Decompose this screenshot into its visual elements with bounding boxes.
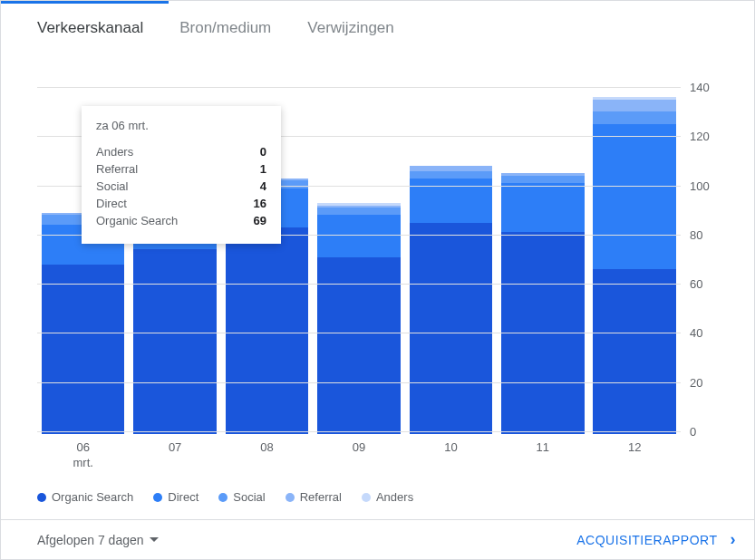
bar-segment-organic_search: [42, 265, 125, 434]
bar-segment-organic_search: [410, 223, 493, 434]
legend-item-referral[interactable]: Referral: [286, 490, 342, 504]
chart-legend: Organic SearchDirectSocialReferralAnders: [37, 490, 413, 504]
tooltip-row-label: Referral: [96, 162, 138, 176]
y-tick-label: 80: [690, 227, 717, 241]
chevron-down-icon: [150, 537, 159, 542]
x-tick-label: 09: [313, 440, 404, 471]
tooltip-row-value: 1: [260, 162, 266, 176]
card-footer: Afgelopen 7 dagen ACQUISITIERAPPORT ›: [1, 519, 754, 559]
bar-segment-direct: [501, 183, 585, 232]
legend-item-direct[interactable]: Direct: [153, 490, 198, 504]
tooltip-row-value: 16: [254, 197, 266, 210]
stacked-bar: [42, 213, 125, 434]
date-range-label: Afgelopen 7 dagen: [37, 533, 144, 547]
legend-label: Social: [233, 490, 265, 504]
bar-segment-organic_search: [133, 249, 217, 434]
tab-verwijzingen[interactable]: Verwijzingen: [307, 19, 393, 37]
legend-label: Direct: [168, 490, 198, 504]
grid-line: [37, 431, 681, 432]
stacked-bar: [317, 203, 401, 434]
legend-dot-icon: [37, 493, 46, 502]
stacked-bar: [410, 166, 493, 434]
legend-dot-icon: [362, 493, 371, 502]
bar-segment-organic_search: [593, 269, 676, 434]
legend-dot-icon: [286, 493, 295, 502]
x-tick-label: 10: [405, 440, 497, 471]
y-tick-label: 40: [690, 326, 717, 340]
legend-label: Organic Search: [52, 490, 133, 504]
stacked-bar: [501, 173, 585, 434]
y-tick-label: 20: [690, 375, 717, 389]
tooltip-row: Social4: [96, 178, 266, 195]
bar-segment-direct: [593, 124, 676, 269]
tooltip-row: Anders0: [96, 143, 266, 160]
stacked-bar: [593, 97, 676, 434]
tooltip-row-label: Direct: [96, 197, 127, 210]
x-tick-label: 06mrt.: [37, 440, 129, 471]
x-axis-labels: 06mrt.070809101112: [37, 440, 681, 471]
legend-dot-icon: [153, 493, 162, 502]
analytics-card: VerkeerskanaalBron/mediumVerwijzingen 02…: [0, 0, 755, 560]
x-tick-label: 11: [497, 440, 588, 471]
chevron-right-icon: ›: [731, 530, 737, 549]
legend-item-anders[interactable]: Anders: [362, 490, 413, 504]
legend-item-organic_search[interactable]: Organic Search: [37, 490, 133, 504]
bar-segment-referral: [593, 100, 676, 112]
tooltip-row-value: 69: [254, 214, 266, 227]
y-tick-label: 100: [690, 179, 717, 192]
y-tick-label: 120: [690, 130, 717, 143]
tooltip-row: Referral1: [96, 160, 266, 178]
grid-line: [37, 382, 681, 383]
date-range-selector[interactable]: Afgelopen 7 dagen: [37, 533, 159, 547]
x-tick-label: 12: [589, 440, 681, 471]
bar-segment-organic_search: [226, 227, 309, 434]
bar-segment-social: [593, 111, 676, 124]
tooltip-row: Organic Search69: [96, 212, 266, 229]
x-tick-label: 07: [129, 440, 220, 471]
acquisition-report-link[interactable]: ACQUISITIERAPPORT ›: [576, 530, 736, 549]
x-tick-label: 08: [221, 440, 313, 471]
legend-label: Referral: [300, 490, 342, 504]
legend-label: Anders: [376, 490, 413, 504]
legend-dot-icon: [218, 493, 227, 502]
grid-line: [37, 284, 681, 285]
tooltip-title: za 06 mrt.: [96, 119, 266, 132]
tooltip-row-label: Organic Search: [96, 214, 178, 227]
tab-verkeerskanaal[interactable]: Verkeerskanaal: [37, 19, 143, 37]
tooltip-row: Direct16: [96, 195, 266, 212]
grid-line: [37, 87, 681, 88]
bar-segment-social: [317, 208, 401, 215]
bar-segment-social: [410, 171, 493, 179]
tooltip-row-value: 0: [260, 145, 266, 159]
tab-bronmedium[interactable]: Bron/medium: [179, 19, 271, 37]
y-tick-label: 140: [690, 81, 717, 94]
tooltip-row-label: Social: [96, 179, 128, 193]
tooltip-row-value: 4: [260, 179, 266, 193]
report-link-label: ACQUISITIERAPPORT: [576, 533, 717, 547]
tooltip-row-label: Anders: [96, 145, 133, 159]
bar-segment-direct: [317, 215, 401, 256]
bar-segment-social: [501, 176, 585, 183]
y-tick-label: 0: [690, 425, 717, 439]
grid-line: [37, 333, 681, 333]
legend-item-social[interactable]: Social: [218, 490, 265, 504]
active-tab-indicator: [1, 1, 169, 4]
y-tick-label: 60: [690, 277, 717, 291]
chart-tooltip: za 06 mrt. Anders0Referral1Social4Direct…: [82, 106, 281, 244]
tab-bar: VerkeerskanaalBron/mediumVerwijzingen: [1, 1, 754, 46]
